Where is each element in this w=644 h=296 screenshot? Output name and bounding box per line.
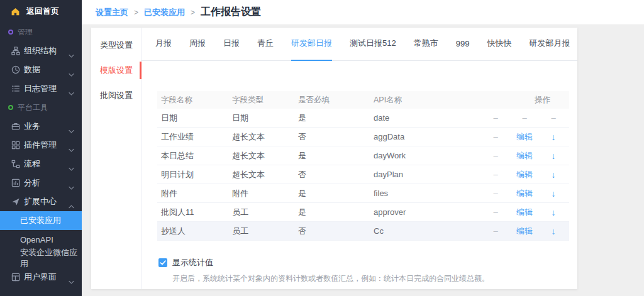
sidebar-item-label: 流程 bbox=[24, 158, 40, 170]
col-header-field-name: 字段名称 bbox=[157, 95, 228, 106]
row-actions: –编辑↓ bbox=[443, 150, 569, 162]
clock-icon bbox=[11, 65, 20, 74]
cell-name: 明日计划 bbox=[157, 169, 228, 180]
sidebar-menu: 管理组织结构数据日志管理平台工具业务插件管理流程分析扩展中心已安装应用OpenA… bbox=[0, 23, 82, 287]
col-header-required: 是否必填 bbox=[294, 95, 370, 106]
cell-required: 是 bbox=[294, 112, 370, 124]
row-actions: –编辑↓ bbox=[443, 131, 569, 143]
sidebar-subitem[interactable]: OpenAPI bbox=[0, 230, 82, 249]
chart-icon bbox=[11, 178, 20, 187]
move-down-icon[interactable]: ↓ bbox=[548, 170, 559, 180]
sidebar-item[interactable]: 扩展中心 bbox=[0, 192, 82, 211]
back-to-home-button[interactable]: 返回首页 bbox=[0, 0, 82, 23]
chevron-down-icon bbox=[69, 68, 74, 79]
move-down-icon[interactable]: ↓ bbox=[548, 226, 559, 236]
edit-button[interactable]: 编辑 bbox=[515, 226, 534, 237]
cell-api: dayPlan bbox=[370, 170, 443, 179]
chevron-down-icon bbox=[69, 275, 74, 287]
sidebar-item[interactable]: 流程 bbox=[0, 155, 82, 173]
sidebar-item-label: 日志管理 bbox=[24, 83, 57, 94]
settings-nav-item[interactable]: 批阅设置 bbox=[91, 83, 141, 108]
cell-type: 员工 bbox=[228, 207, 294, 218]
action-placeholder-dash: – bbox=[490, 207, 501, 217]
cell-type: 员工 bbox=[228, 226, 294, 237]
sidebar-item[interactable]: 插件管理 bbox=[0, 136, 82, 155]
table-row: 本日总结超长文本是dayWork–编辑↓ bbox=[157, 146, 569, 165]
grid-icon bbox=[11, 141, 20, 150]
cell-name: 本日总结 bbox=[157, 150, 228, 162]
cell-api: aggData bbox=[370, 132, 443, 141]
list-icon bbox=[11, 84, 20, 93]
chevron-down-icon bbox=[69, 143, 74, 155]
edit-button[interactable]: 编辑 bbox=[515, 131, 534, 143]
move-down-icon[interactable]: ↓ bbox=[548, 207, 559, 217]
sidebar-item-label: 分析 bbox=[24, 177, 40, 189]
show-statistics-label: 显示统计值 bbox=[172, 257, 213, 268]
settings-nav-item[interactable]: 模版设置 bbox=[91, 58, 141, 83]
move-down-icon[interactable]: ↓ bbox=[548, 189, 559, 199]
sidebar-item[interactable]: 用户界面 bbox=[0, 268, 82, 287]
sidebar-item-label: 组织结构 bbox=[24, 45, 57, 57]
sidebar-item-label: 用户界面 bbox=[24, 271, 57, 283]
edit-button[interactable]: 编辑 bbox=[515, 150, 534, 162]
cell-name: 附件 bbox=[157, 188, 228, 199]
tab-item[interactable]: 测试日报512 bbox=[350, 28, 396, 61]
sidebar-item[interactable]: 分析 bbox=[0, 173, 82, 192]
tab-item[interactable]: 周报 bbox=[189, 28, 206, 61]
sidebar-subitem[interactable]: 已安装应用 bbox=[0, 211, 82, 230]
cell-required: 是 bbox=[294, 150, 370, 162]
action-placeholder-dash: – bbox=[515, 113, 534, 123]
action-placeholder-dash: – bbox=[490, 113, 501, 123]
show-statistics-checkbox[interactable] bbox=[158, 258, 167, 267]
cell-api: approver bbox=[370, 207, 443, 217]
sidebar-section-header: 管理 bbox=[0, 23, 82, 41]
edit-button[interactable]: 编辑 bbox=[515, 207, 534, 218]
report-type-tabs: 月报周报日报青丘研发部日报测试日报512常熟市999快快快研发部月报研发部周报 bbox=[142, 28, 577, 61]
breadcrumb-link-installed-apps[interactable]: 已安装应用 bbox=[144, 7, 185, 18]
tab-item[interactable]: 999 bbox=[456, 28, 470, 61]
settings-nav-item[interactable]: 类型设置 bbox=[91, 33, 141, 58]
tab-item[interactable]: 日报 bbox=[223, 28, 240, 61]
sidebar-item[interactable]: 数据 bbox=[0, 60, 82, 79]
move-down-icon[interactable]: ↓ bbox=[548, 132, 559, 142]
page-title: 工作报告设置 bbox=[201, 6, 261, 19]
cell-name: 抄送人 bbox=[157, 226, 228, 237]
chevron-down-icon bbox=[69, 87, 74, 98]
sidebar-item[interactable]: 业务 bbox=[0, 117, 82, 136]
sidebar-subitem[interactable]: 安装企业微信应用 bbox=[0, 249, 82, 268]
breadcrumb: 设置主页 > 已安装应用 > 工作报告设置 bbox=[82, 0, 644, 25]
cell-name: 工作业绩 bbox=[157, 131, 228, 143]
cell-type: 超长文本 bbox=[228, 150, 294, 162]
action-placeholder-dash: – bbox=[548, 113, 559, 123]
sidebar-item-label: 平台工具 bbox=[18, 102, 48, 113]
settings-left-nav: 类型设置模版设置批阅设置 bbox=[91, 28, 142, 289]
chevron-up-icon bbox=[69, 200, 74, 211]
table-row: 明日计划超长文本否dayPlan–编辑↓ bbox=[157, 165, 569, 184]
cell-type: 日期 bbox=[228, 112, 294, 124]
chevron-down-icon bbox=[69, 124, 74, 136]
tab-item[interactable]: 研发部月报 bbox=[529, 28, 570, 61]
page-content: 类型设置模版设置批阅设置 月报周报日报青丘研发部日报测试日报512常熟市999快… bbox=[82, 25, 644, 296]
fields-table-header: 字段名称 字段类型 是否必填 API名称 操作 bbox=[157, 91, 569, 109]
home-icon bbox=[11, 7, 20, 16]
move-down-icon[interactable]: ↓ bbox=[548, 151, 559, 161]
breadcrumb-link-settings-home[interactable]: 设置主页 bbox=[96, 7, 128, 18]
table-row: 抄送人员工否Cc–编辑↓ bbox=[157, 222, 569, 241]
tab-item[interactable]: 月报 bbox=[155, 28, 172, 61]
cell-required: 否 bbox=[294, 169, 370, 180]
settings-nav-label: 批阅设置 bbox=[100, 90, 133, 101]
tab-item[interactable]: 青丘 bbox=[257, 28, 274, 61]
tab-item[interactable]: 常熟市 bbox=[414, 28, 438, 61]
sidebar-item-label: 管理 bbox=[18, 27, 33, 38]
tab-item[interactable]: 研发部日报 bbox=[291, 28, 332, 61]
org-icon bbox=[11, 47, 20, 55]
sidebar-item[interactable]: 组织结构 bbox=[0, 41, 82, 60]
breadcrumb-separator: > bbox=[191, 8, 195, 17]
cell-type: 附件 bbox=[228, 188, 294, 199]
edit-button[interactable]: 编辑 bbox=[515, 188, 534, 199]
edit-button[interactable]: 编辑 bbox=[515, 169, 534, 180]
tab-item[interactable]: 快快快 bbox=[487, 28, 511, 61]
table-row: 批阅人11员工是approver–编辑↓ bbox=[157, 203, 569, 222]
cell-api: Cc bbox=[370, 226, 443, 236]
sidebar-item[interactable]: 日志管理 bbox=[0, 79, 82, 98]
